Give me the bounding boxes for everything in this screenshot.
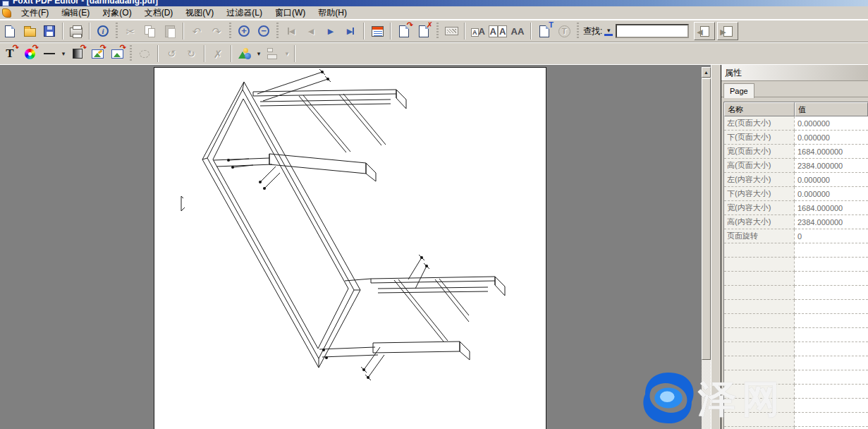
toolbar-separator	[390, 23, 391, 40]
toolbar-grip[interactable]	[577, 23, 579, 40]
last-page-button[interactable]: ▶	[341, 21, 360, 41]
keyboard-icon	[445, 27, 458, 35]
page-layout-button[interactable]	[367, 21, 387, 41]
property-row: 左(内容大小)0.000000	[724, 173, 868, 187]
property-name: 高(页面大小)	[724, 159, 795, 173]
cut-button: ✂	[121, 21, 140, 41]
toolbar-separator	[62, 23, 63, 40]
property-value[interactable]: 0.000000	[795, 173, 868, 187]
panel-splitter[interactable]	[711, 65, 721, 429]
property-value[interactable]: 0	[795, 229, 868, 243]
color-button[interactable]: ↷	[20, 44, 39, 64]
image-add-button[interactable]: ↷	[107, 44, 127, 64]
line-tool-button[interactable]	[39, 44, 59, 64]
property-value[interactable]: 0.000000	[795, 116, 868, 131]
align-icon	[267, 48, 279, 59]
grid-empty-row	[724, 342, 868, 356]
cut-icon: ✂	[126, 26, 135, 37]
red-curved-arrow-icon: ↷	[13, 44, 19, 52]
toolbar-grip[interactable]	[130, 45, 132, 62]
rotate-object-right-button: ↻	[181, 44, 201, 64]
watermark-logo	[638, 368, 699, 428]
save-button[interactable]	[39, 21, 59, 41]
tab-page[interactable]: Page	[723, 83, 754, 98]
lasso-button	[135, 44, 154, 64]
property-grid-body: 左(页面大小)0.000000 下(页面大小)0.000000 宽(页面大小)1…	[724, 116, 868, 429]
toolbar-separator	[204, 45, 205, 62]
zoom-out-button[interactable]: −	[254, 21, 274, 41]
copy-button	[140, 21, 160, 41]
info-icon: i	[97, 25, 109, 37]
find-dropdown[interactable]: ▾	[604, 27, 613, 36]
find-prev-button[interactable]: ◀	[694, 22, 715, 40]
zoom-in-button[interactable]: +	[234, 21, 254, 41]
image-edit-button[interactable]: ↷	[87, 44, 107, 64]
property-name: 左(页面大小)	[724, 116, 795, 131]
find-group: 查找: ▾ ◀ ▶	[582, 21, 738, 41]
shapes-dropdown[interactable]: ▾	[255, 50, 263, 57]
toolbar-grip[interactable]	[276, 23, 279, 40]
property-name: 下(页面大小)	[724, 131, 795, 145]
property-value[interactable]: 0.000000	[795, 187, 868, 201]
grid-empty-row	[724, 385, 868, 399]
text-object-button[interactable]: T↷	[0, 44, 20, 64]
property-value[interactable]: 0.000000	[795, 131, 868, 145]
red-curved-arrow-icon: ↷	[32, 44, 39, 52]
next-page-button[interactable]: ▶	[321, 21, 341, 41]
menu-file[interactable]: 文件(F)	[15, 6, 55, 20]
add-text-button[interactable]: T	[534, 21, 554, 41]
new-document-icon	[5, 25, 15, 37]
menu-window[interactable]: 窗口(W)	[269, 6, 312, 20]
property-row: 下(内容大小)0.000000	[724, 187, 868, 201]
lasso-icon	[140, 50, 149, 58]
toolbar-grip[interactable]	[229, 23, 231, 40]
toolbar-grip[interactable]	[116, 23, 118, 40]
char-width-button[interactable]: AA	[508, 21, 527, 41]
app-window-icon	[2, 1, 9, 6]
scroll-up-button[interactable]: ▲	[702, 67, 711, 78]
properties-panel: 属性 Page 名称 值 左(页面大小)0.000000 下(页面大小)0.00…	[721, 65, 868, 429]
info-button[interactable]: i	[93, 21, 113, 41]
find-next-button[interactable]: ▶	[717, 22, 738, 40]
menu-help[interactable]: 帮助(H)	[312, 6, 353, 20]
print-button[interactable]	[66, 21, 86, 41]
property-value[interactable]: 2384.000000	[795, 159, 868, 173]
copy-icon	[145, 25, 156, 37]
menu-bar: 文件(F) 编辑(E) 对象(O) 文档(D) 视图(V) 过滤器(L) 窗口(…	[0, 6, 868, 20]
menu-view[interactable]: 视图(V)	[179, 6, 220, 20]
add-text-t-icon: T	[549, 21, 554, 29]
circle-text-icon: T	[558, 25, 570, 37]
panel-title: 属性	[721, 65, 868, 81]
line-tool-dropdown[interactable]: ▾	[59, 50, 68, 57]
toolbar-grip[interactable]	[436, 23, 439, 40]
property-value[interactable]: 2384.000000	[795, 215, 868, 229]
open-button[interactable]	[20, 21, 39, 41]
pdf-page-canvas[interactable]	[154, 67, 546, 429]
shapes-button[interactable]	[235, 44, 255, 64]
property-name: 左(内容大小)	[724, 173, 795, 187]
vertical-scrollbar[interactable]: ▲	[702, 67, 711, 429]
insert-page-button[interactable]: ↷	[394, 21, 414, 41]
keyboard-button[interactable]	[441, 21, 461, 41]
find-input[interactable]	[616, 24, 689, 38]
property-value[interactable]: 1684.000000	[795, 145, 868, 159]
menu-edit[interactable]: 编辑(E)	[55, 6, 96, 20]
menu-document[interactable]: 文档(D)	[138, 6, 180, 20]
menu-object[interactable]: 对象(O)	[96, 6, 137, 20]
toolbar-separator	[294, 45, 295, 62]
delete-page-button[interactable]: ✗	[414, 21, 434, 41]
save-floppy-icon	[44, 25, 55, 37]
column-header-value: 值	[795, 102, 868, 116]
new-document-button[interactable]	[0, 21, 20, 41]
scrollbar-thumb[interactable]	[702, 78, 711, 360]
rotate-object-left-button: ↺	[161, 44, 181, 64]
font-scale-button[interactable]: AA	[468, 21, 488, 41]
first-page-icon: ◀	[289, 27, 295, 36]
letter-pair-button[interactable]: AA	[488, 21, 508, 41]
last-page-bar	[353, 28, 354, 35]
toolbar-separator	[464, 23, 465, 40]
property-name: 页面旋转	[724, 229, 795, 243]
shading-button[interactable]: ↷	[68, 44, 87, 64]
property-value[interactable]: 1684.000000	[795, 201, 868, 215]
menu-filter[interactable]: 过滤器(L)	[220, 6, 269, 20]
